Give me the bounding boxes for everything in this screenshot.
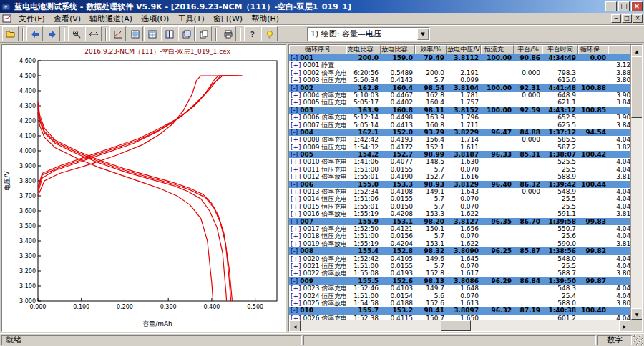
step-row[interactable]: [+]0022 倍率放电1:55:080.4193152.81.617588.7… [289, 270, 630, 277]
step-row[interactable]: [+]0013 倍率充电1:52:340.4108149.11.6430.000… [289, 188, 630, 195]
copy-button[interactable] [195, 26, 212, 41]
expander[interactable]: [-] [291, 129, 298, 136]
overlay-view-button[interactable] [178, 26, 195, 41]
expander[interactable]: [+] [291, 292, 301, 300]
close-button[interactable]: × [631, 1, 643, 11]
step-row[interactable]: [+]0009 恒压充电1:54:320.4172152.11.611587.2… [289, 144, 630, 151]
cycle-row[interactable]: [-]001200.0159.079.493.8112100.0090.864:… [289, 54, 630, 61]
scroll-left-icon[interactable]: ◀ [289, 320, 301, 332]
expander[interactable]: [-] [291, 84, 298, 92]
cycle-row[interactable]: [-]010155.7153.298.413.809796.3287.191:4… [289, 307, 630, 314]
cycle-row[interactable]: [-]006155.0153.398.933.812996.4086.321:3… [289, 181, 630, 188]
hscroll-thumb[interactable] [441, 320, 471, 331]
zoom-in-button[interactable] [68, 26, 84, 41]
expander[interactable]: [+] [291, 262, 301, 270]
expander[interactable]: [+] [291, 144, 301, 151]
arrow-right-button[interactable] [44, 26, 60, 41]
step-row[interactable]: [+]0019 倍率放电1:55:190.4204153.11.622590.0… [289, 240, 630, 247]
help-button[interactable]: ? [244, 26, 260, 41]
step-row[interactable]: [+]0025 倍率放电1:54:580.4188152.61.613588.0… [289, 300, 630, 307]
step-row[interactable]: [+]0014 恒压充电1:51:060.01555.70.07025.54.0… [289, 195, 630, 202]
step-row[interactable]: [+]0012 倍率放电1:55:010.4190152.71.616588.9… [289, 173, 630, 180]
column-header[interactable]: 平台/% [514, 45, 542, 54]
step-row[interactable]: [+]0011 恒压充电1:51:000.01555.70.07025.54.0… [289, 166, 630, 173]
column-header[interactable]: 循环保… [578, 45, 608, 54]
step-row[interactable]: [+]0002 倍率充电6:20:560.5489200.02.1910.000… [289, 69, 630, 76]
scroll-down-icon[interactable]: ▼ [631, 308, 643, 320]
step-row[interactable]: [+]0017 倍率充电1:52:500.4121150.11.656550.7… [289, 225, 630, 232]
expander[interactable]: [+] [291, 173, 301, 180]
expander[interactable]: [+] [291, 158, 301, 165]
expander[interactable]: [+] [291, 232, 301, 239]
expander[interactable]: [-] [291, 218, 298, 225]
expander[interactable]: [+] [291, 210, 301, 217]
expander[interactable]: [+] [291, 166, 301, 173]
column-header[interactable]: 恒流充… [481, 45, 514, 54]
expander[interactable]: [+] [291, 255, 301, 262]
step-row[interactable]: [+]0018 恒压充电1:51:000.01565.70.07025.64.0… [289, 232, 630, 239]
expander[interactable]: [-] [291, 54, 298, 61]
menu-aux-channel[interactable]: 辅助通道(A) [85, 13, 137, 25]
expander[interactable]: [-] [291, 277, 298, 285]
column-header[interactable]: 效率/% [415, 45, 447, 54]
cycle-row[interactable]: [-]005154.2152.798.993.818796.3385.311:3… [289, 151, 630, 158]
expander[interactable]: [+] [291, 99, 301, 106]
cycle-row[interactable]: [-]003163.9160.898.113.8152100.0092.594:… [289, 107, 630, 114]
column-header[interactable]: 放电中压/V [447, 45, 481, 54]
step-row[interactable]: [+]0007 恒压充电5:05:140.4413160.81.711625.5… [289, 122, 630, 129]
minimize-button[interactable]: − [605, 1, 617, 11]
step-row[interactable]: [+]0008 倍率充电1:42:420.4193156.41.7140.000… [289, 136, 630, 143]
horizontal-scrollbar[interactable]: ◀ ▶ [289, 320, 630, 331]
step-row[interactable]: [+]0015 恒压充电1:55:010.01505.70.07025.54.0… [289, 203, 630, 210]
mdi-close-button[interactable]: × [633, 14, 643, 23]
expander[interactable]: [+] [291, 240, 301, 247]
menu-window[interactable]: 窗口(W) [209, 13, 247, 25]
expander[interactable]: [+] [291, 300, 301, 307]
expander[interactable]: [+] [291, 225, 301, 232]
expander[interactable]: [+] [291, 114, 301, 121]
maximize-button[interactable]: □ [618, 1, 630, 11]
expander[interactable]: [-] [291, 107, 298, 114]
bulb-button[interactable] [261, 26, 278, 41]
menu-file[interactable]: 文件(F) [14, 13, 49, 25]
menu-view[interactable]: 查看(V) [49, 13, 85, 25]
menu-help[interactable]: 帮助(H) [247, 13, 283, 25]
print-button[interactable] [220, 26, 236, 41]
expander[interactable]: [-] [291, 181, 298, 188]
column-header[interactable]: 循环序号 [289, 45, 346, 54]
cycle-row[interactable]: [-]007155.9153.198.203.812796.3586.701:3… [289, 218, 630, 225]
scroll-right-icon[interactable]: ▶ [619, 320, 630, 332]
vscroll-track[interactable] [631, 56, 642, 308]
expander[interactable]: [+] [291, 285, 301, 292]
expander[interactable]: [+] [291, 92, 301, 99]
menu-options[interactable]: 选项(O) [137, 13, 173, 25]
step-row[interactable]: [+]0024 恒压充电1:51:000.01545.60.07025.44.0… [289, 292, 630, 300]
arrow-left-button[interactable] [26, 26, 43, 41]
step-row[interactable]: [+]0004 倍率充电5:10:030.4467162.81.7810.000… [289, 92, 630, 99]
curve-chart-button[interactable] [109, 26, 126, 41]
scroll-up-icon[interactable]: ▲ [631, 45, 643, 56]
step-row[interactable]: [+]0003 恒压充电5:50:340.41435.70.099615.03.… [289, 76, 630, 84]
mdi-minimize-button[interactable]: − [611, 14, 621, 23]
cycle-row[interactable]: [-]004162.1152.093.793.822996.4784.881:3… [289, 129, 630, 136]
expander[interactable]: [-] [291, 307, 298, 314]
column-header[interactable]: 放电比容… [381, 45, 415, 54]
step-row[interactable]: [+]0005 恒压充电5:05:170.4402160.41.757621.1… [289, 99, 630, 106]
open-folder-button[interactable] [2, 26, 19, 41]
expander[interactable]: [+] [291, 188, 301, 195]
plot-type-select[interactable]: 1) 绘图: 容量—电压 ▼ [307, 27, 430, 41]
split-view-button[interactable] [161, 26, 177, 41]
expander[interactable]: [+] [291, 69, 301, 76]
vscroll-thumb[interactable] [631, 56, 643, 118]
expander[interactable]: [+] [291, 122, 301, 129]
expander[interactable]: [-] [291, 151, 298, 158]
data-table-button[interactable] [144, 26, 160, 41]
vertical-scrollbar[interactable]: ▲ ▼ [630, 45, 642, 320]
cycle-row[interactable]: [-]002162.8160.498.543.8104100.0092.314:… [289, 84, 630, 92]
cycle-row[interactable]: [-]008155.4152.898.323.809096.2585.871:3… [289, 247, 630, 254]
expander[interactable]: [+] [291, 76, 301, 84]
menu-tools[interactable]: 工具(T) [173, 13, 208, 25]
column-header[interactable]: 平台时间 [542, 45, 578, 54]
step-row[interactable]: [+]0001 静置3.128 [289, 61, 630, 69]
expander[interactable]: [+] [291, 195, 301, 202]
